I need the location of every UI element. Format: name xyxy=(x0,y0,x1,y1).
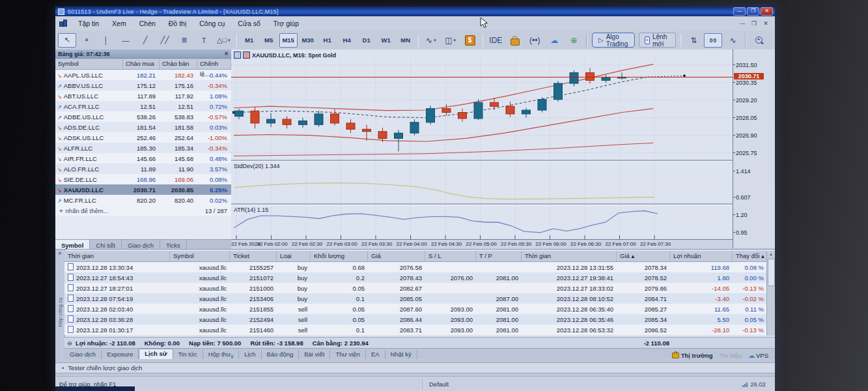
tab-nhật-ký[interactable]: Nhật ký xyxy=(385,350,417,359)
child-close-button[interactable]: ✕ xyxy=(762,20,770,27)
broadcast-button[interactable]: (••) xyxy=(525,33,544,48)
tab-tin-tức[interactable]: Tin tức xyxy=(173,350,203,359)
chart-mode-button[interactable]: ◫▾ xyxy=(441,33,460,48)
column-header[interactable]: Chào bán xyxy=(160,59,197,69)
menu-tập-tin[interactable]: Tập tin xyxy=(72,18,105,29)
history-row[interactable]: 2023.12.27 18:54:43xauusd.llc2151072buy0… xyxy=(64,272,767,283)
column-header[interactable]: T / P xyxy=(476,251,522,261)
menu-cửa-sổ[interactable]: Cửa sổ xyxy=(231,18,266,29)
vertical-line-tool[interactable]: │ xyxy=(97,33,115,48)
column-header[interactable]: Thay đổi ▴ xyxy=(733,251,767,261)
timeframe-m5[interactable]: M5 xyxy=(260,33,278,48)
market-watch-row[interactable]: ↘XAUUSD.LLC2030.712030.850.25% xyxy=(55,184,231,195)
column-header[interactable]: Thời gian xyxy=(522,251,617,261)
column-header[interactable]: Ticket xyxy=(230,251,277,261)
history-row[interactable]: 2023.12.28 02:03:40xauusd.llc2151855sell… xyxy=(64,304,767,314)
crosshair-tool[interactable]: ⌖ xyxy=(77,33,96,48)
timeframe-h4[interactable]: H4 xyxy=(338,33,356,48)
history-scrollbar[interactable]: ▲ xyxy=(766,251,775,336)
timeframe-m30[interactable]: M30 xyxy=(299,33,317,48)
market-watch-row[interactable]: ↘ADS.DE.LLC181.54181.580.03% xyxy=(55,122,231,132)
timeframe-m15[interactable]: M15 xyxy=(279,33,298,48)
history-row[interactable]: 2023.12.28 03:36:28xauusd.llc2152494sell… xyxy=(64,314,767,325)
scrollbar-thumb[interactable] xyxy=(768,259,775,286)
history-row[interactable]: 2023.12.27 18:27:01xauusd.llc2151000buy0… xyxy=(64,283,767,293)
channel-tool[interactable]: ╱╱ xyxy=(156,33,174,48)
market-watch-row[interactable]: ↗MC.FR.LLC820.20820.400.02% xyxy=(55,195,231,205)
history-row[interactable]: 2023.12.28 07:54:19xauusd.llc2153406buy0… xyxy=(64,293,767,304)
market-watch-row[interactable]: ↘ALO.FR.LLC11.8911.903.57% xyxy=(55,164,231,174)
chart-line-type-button[interactable]: ∿▾ xyxy=(422,33,440,48)
column-header[interactable]: Loại xyxy=(277,251,311,261)
timeframe-m1[interactable]: M1 xyxy=(240,33,259,48)
tab-ea[interactable]: EA xyxy=(366,350,385,359)
signals-button[interactable]: Tín hiệu xyxy=(720,352,742,359)
menu-chèn[interactable]: Chèn xyxy=(133,18,162,29)
tab-exposure[interactable]: Exposure xyxy=(102,350,139,359)
column-header[interactable]: Giá ▴ xyxy=(617,251,670,261)
market-watch-row[interactable]: ↘SIE.DE.LLC168.96169.060.08% xyxy=(55,174,231,184)
zigzag-button[interactable]: ∿ xyxy=(723,33,742,48)
tab-giao-dịch[interactable]: Giao dịch xyxy=(64,350,102,359)
market-watch-row[interactable]: ↘ABT.US.LLC117.89117.921.08% xyxy=(55,91,231,101)
timeframe-h1[interactable]: H1 xyxy=(318,33,337,48)
market-watch-row[interactable]: ↘ADSK.US.LLC252.46252.64-1.00% xyxy=(55,132,231,143)
chart-area[interactable]: StdDev(20) 1.344ATR(14) 1.15 XAUUSD.LLC,… xyxy=(231,50,733,249)
market-watch-add-row[interactable]: + nhấn để thêm... 13 / 287 xyxy=(55,205,231,216)
zoom-out-button[interactable]: − xyxy=(769,33,775,48)
column-header[interactable]: Symbol xyxy=(170,251,230,261)
restore-button[interactable]: ❐ xyxy=(747,7,759,16)
text-tool[interactable]: T xyxy=(195,33,213,48)
tab-lịch[interactable]: Lịch xyxy=(239,350,261,359)
pause-button[interactable]: 00 xyxy=(704,33,722,48)
lock-button[interactable] xyxy=(506,33,524,48)
community-button[interactable]: ⊕ xyxy=(565,33,583,48)
price-scale[interactable]: 2031.502030.352029.202028.052026.902025.… xyxy=(733,50,775,248)
timeframe-d1[interactable]: D1 xyxy=(357,33,376,48)
history-row[interactable]: 2023.12.28 13:30:34xauusd.llc2155257buy0… xyxy=(64,262,767,272)
child-minimize-button[interactable]: — xyxy=(738,20,746,27)
new-order-button[interactable]: +Lệnh mới xyxy=(639,33,676,48)
column-header[interactable]: Giá xyxy=(368,251,425,261)
fibonacci-tool[interactable]: ≣ xyxy=(175,33,193,48)
market-watch-row[interactable]: ↘ALFR.LLC185.30185.34-0.34% xyxy=(55,143,231,153)
timeframe-w1[interactable]: W1 xyxy=(377,33,395,48)
column-header[interactable]: Lợi nhuận xyxy=(670,251,733,261)
market-button[interactable]: Thị trường xyxy=(672,352,713,359)
close-button[interactable]: ✕ xyxy=(761,7,773,16)
tab-hộp-thư[interactable]: Hộp thư9 xyxy=(203,350,239,359)
tab-lịch-sử[interactable]: Lịch sử xyxy=(139,349,173,359)
trendline-tool[interactable]: ╱ xyxy=(136,33,154,48)
menu-xem[interactable]: Xem xyxy=(105,18,133,29)
close-icon[interactable]: ✕ xyxy=(224,51,229,57)
market-watch-row[interactable]: ↗ACA.FR.LLC12.5112.510.72% xyxy=(55,101,231,111)
profile-name[interactable]: Default xyxy=(429,381,507,388)
close-icon[interactable]: ✕ xyxy=(55,250,64,256)
menu-công-cụ[interactable]: Công cụ xyxy=(193,18,231,29)
zoom-in-button[interactable]: + xyxy=(749,33,768,48)
column-header[interactable]: Thời gian xyxy=(64,251,170,261)
currency-button[interactable]: $ xyxy=(461,33,479,48)
scroll-up-icon[interactable]: ▲ xyxy=(767,251,775,257)
menu-đồ-thị[interactable]: Đồ thị xyxy=(162,18,193,29)
cursor-tool[interactable]: ↖ xyxy=(58,33,76,48)
algo-trading-button[interactable]: ▷Algo Trading xyxy=(592,33,635,48)
minimize-button[interactable]: — xyxy=(733,7,746,16)
menu-trợ-giúp[interactable]: Trợ giúp xyxy=(267,18,305,29)
child-restore-button[interactable]: ❐ xyxy=(750,20,758,27)
ide-button[interactable]: IDE xyxy=(486,33,505,48)
market-watch-row[interactable]: ↗ABBV.US.LLC175.12175.16-0.34% xyxy=(55,80,231,91)
tab-bài-viết[interactable]: Bài viết xyxy=(299,350,330,359)
cloud-button[interactable]: ☁ xyxy=(545,33,563,48)
column-header[interactable]: S / L xyxy=(425,251,476,261)
tab-thư-viện[interactable]: Thư viện xyxy=(330,350,366,359)
tab-báo-động[interactable]: Báo động xyxy=(262,350,300,359)
column-header[interactable]: Khối lượng xyxy=(311,251,368,261)
history-row[interactable]: 2023.12.28 01:30:17xauusd.llc2151460sell… xyxy=(64,325,767,335)
shapes-tool[interactable]: △□▾ xyxy=(214,33,233,48)
market-watch-row[interactable]: ↘AIR.FR.LLC145.66145.680.48% xyxy=(55,153,231,164)
timeframe-mn[interactable]: MN xyxy=(397,33,415,48)
column-header[interactable]: Chào mua xyxy=(123,59,160,69)
horizontal-line-tool[interactable]: — xyxy=(117,33,135,48)
column-header[interactable]: Chênh lệ... xyxy=(197,59,231,69)
